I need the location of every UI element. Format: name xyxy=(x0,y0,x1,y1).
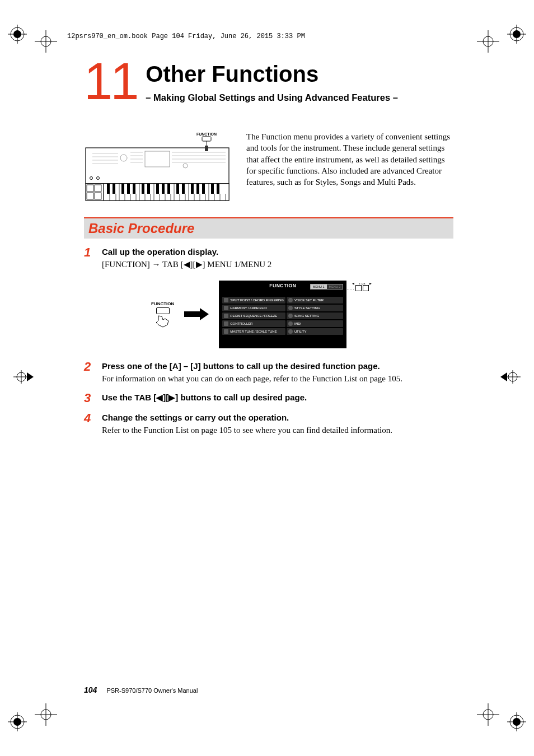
svg-rect-71 xyxy=(182,184,185,194)
menu-item-label: UTILITY xyxy=(294,330,307,333)
menu-item: VOICE SET FILTER xyxy=(287,297,343,304)
crop-mark-icon xyxy=(498,370,523,386)
page-footer: 104 PSR-S970/S770 Owner's Manual xyxy=(84,685,198,694)
menu-item: STYLE SETTING xyxy=(287,305,343,311)
menu-item: SONG SETTING xyxy=(287,312,343,319)
step-body: For information on what you can do on ea… xyxy=(102,373,453,384)
step-2: 2 Press one of the [A] – [J] buttons to … xyxy=(84,361,453,385)
menu-item-icon xyxy=(288,321,293,326)
doc-title: PSR-S970/S770 Owner's Manual xyxy=(106,687,198,694)
chapter-number: 11 xyxy=(84,59,137,103)
screen-columns: SPLIT POINT / CHORD FINGERING HARMONY / … xyxy=(222,297,343,336)
step-1: 1 Call up the operation display. [FUNCTI… xyxy=(84,246,453,270)
registration-mark-icon xyxy=(507,712,526,731)
menu-item-icon xyxy=(224,306,228,310)
menu-item: SPLIT POINT / CHORD FINGERING xyxy=(222,297,285,304)
svg-rect-102 xyxy=(87,185,93,192)
menu-item-icon xyxy=(288,306,293,310)
svg-point-41 xyxy=(120,155,127,161)
menu-item-label: VOICE SET FILTER xyxy=(294,298,324,302)
menu-item-icon xyxy=(224,321,228,326)
registration-mark-icon xyxy=(507,25,526,44)
step-title: Press one of the [A] – [J] buttons to ca… xyxy=(102,361,453,372)
svg-rect-74 xyxy=(202,184,205,194)
step-number: 4 xyxy=(84,412,94,436)
svg-rect-67 xyxy=(156,184,159,194)
crop-mark-icon xyxy=(477,30,499,53)
menu-item-label: SPLIT POINT / CHORD FINGERING xyxy=(230,298,284,302)
function-button-callout: FUNCTION xyxy=(151,301,174,328)
svg-rect-72 xyxy=(191,184,194,194)
svg-point-54 xyxy=(183,164,188,168)
intro-row: FUNCTION xyxy=(84,131,453,202)
function-diagram: FUNCTION FUNCTION MENU xyxy=(151,281,453,348)
svg-text:FUNCTION: FUNCTION xyxy=(196,132,217,136)
step-title: Change the settings or carry out the ope… xyxy=(102,412,453,423)
section-heading: Basic Procedure xyxy=(84,217,453,239)
function-screen-wrapper: FUNCTION MENU 1 MENU 2 SPLIT POINT / CHO… xyxy=(219,281,346,348)
menu-item: CONTROLLER xyxy=(222,320,285,327)
step-body: Refer to the Function List on page 105 t… xyxy=(102,424,453,436)
menu-item-label: SONG SETTING xyxy=(294,314,319,318)
chapter-header: 11 Other Functions – Making Global Setti… xyxy=(84,62,453,103)
function-button-label: FUNCTION xyxy=(151,301,174,306)
svg-rect-63 xyxy=(127,184,130,194)
step-number: 1 xyxy=(84,246,94,270)
svg-point-58 xyxy=(97,177,100,180)
svg-rect-62 xyxy=(121,184,124,194)
steps-list: 1 Call up the operation display. [FUNCTI… xyxy=(84,246,453,436)
menu-item-icon xyxy=(288,298,293,302)
svg-rect-68 xyxy=(162,184,165,194)
function-button-icon xyxy=(156,307,170,314)
step-body: [FUNCTION] → TAB [◀][▶] MENU 1/MENU 2 xyxy=(102,259,453,270)
svg-rect-66 xyxy=(147,184,150,194)
menu-item: UTILITY xyxy=(287,328,343,335)
svg-rect-61 xyxy=(113,184,115,194)
menu-item-label: HARMONY / ARPEGGIO xyxy=(230,306,266,310)
menu-item-label: STYLE SETTING xyxy=(294,306,320,310)
registration-mark-icon xyxy=(8,25,27,44)
svg-rect-39 xyxy=(86,148,229,184)
chapter-subtitle: – Making Global Settings and Using Advan… xyxy=(146,92,453,103)
menu-item-icon xyxy=(224,329,228,334)
menu-item: MASTER TUNE / SCALE TUNE xyxy=(222,328,285,335)
page-number: 104 xyxy=(84,685,97,694)
keyboard-illustration: FUNCTION xyxy=(84,131,231,202)
running-header: 12psrs970_en_om.book Page 104 Friday, Ju… xyxy=(67,32,305,40)
tab-buttons-callout: ◀ TAB ▶ xyxy=(352,282,372,291)
svg-rect-60 xyxy=(107,184,110,194)
svg-rect-70 xyxy=(176,184,179,194)
step-number: 2 xyxy=(84,361,94,385)
step-number: 3 xyxy=(84,392,94,404)
svg-rect-76 xyxy=(217,184,219,194)
running-header-text: 12psrs970_en_om.book Page 104 Friday, Ju… xyxy=(67,32,305,40)
svg-rect-69 xyxy=(167,184,170,194)
crop-mark-icon xyxy=(35,703,57,726)
chapter-title: Other Functions xyxy=(146,62,453,87)
svg-rect-103 xyxy=(95,185,101,192)
menu-item-icon xyxy=(288,314,293,318)
menu-item-icon xyxy=(224,298,228,302)
svg-rect-104 xyxy=(87,193,93,199)
function-screen: FUNCTION MENU 1 MENU 2 SPLIT POINT / CHO… xyxy=(219,281,346,348)
menu-item-label: MASTER TUNE / SCALE TUNE xyxy=(230,330,277,333)
step-3: 3 Use the TAB [◀][▶] buttons to call up … xyxy=(84,392,453,404)
menu-item-icon xyxy=(224,314,228,318)
dotted-line-icon: ...... xyxy=(345,287,355,291)
tab-right-button-icon xyxy=(363,285,369,291)
menu-item-label: CONTROLLER xyxy=(230,322,252,325)
intro-paragraph: The Function menu provides a variety of … xyxy=(246,131,453,202)
menu-item: HARMONY / ARPEGGIO xyxy=(222,305,285,311)
svg-rect-73 xyxy=(196,184,199,194)
registration-mark-icon xyxy=(8,712,27,731)
svg-rect-105 xyxy=(95,193,101,199)
menu-item: MIDI xyxy=(287,320,343,327)
crop-mark-icon xyxy=(11,370,36,386)
step-title: Use the TAB [◀][▶] buttons to call up de… xyxy=(102,392,453,403)
menu-item-label: REGIST SEQUENCE / FREEZE xyxy=(230,314,277,318)
arrow-right-icon xyxy=(184,308,209,320)
svg-marker-106 xyxy=(184,308,209,320)
screen-left-column: SPLIT POINT / CHORD FINGERING HARMONY / … xyxy=(222,297,285,336)
step-4: 4 Change the settings or carry out the o… xyxy=(84,412,453,436)
screen-right-column: VOICE SET FILTER STYLE SETTING SONG SETT… xyxy=(287,297,343,336)
